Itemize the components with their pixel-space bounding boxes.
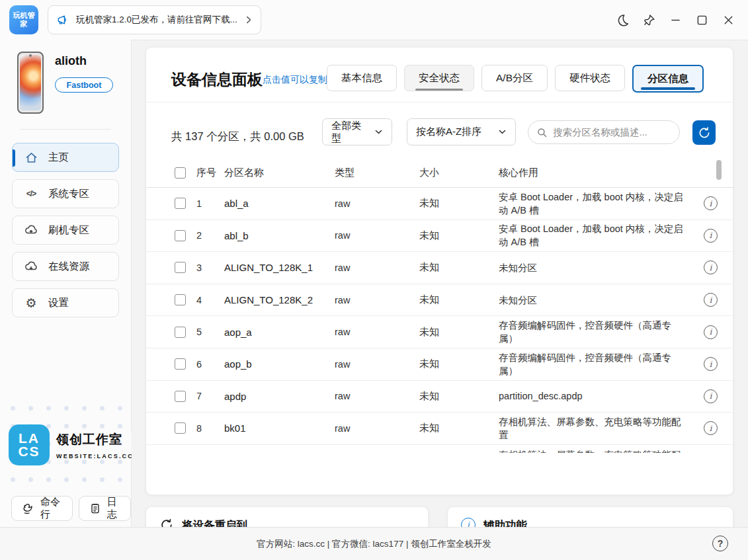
table-row-partial: 存相机算法、屏幕参数、充电策略等功能配置 — [146, 445, 734, 453]
sidebar-item-label: 系统专区 — [48, 187, 89, 201]
table-row: 6 aop_b raw 未知 存音频编解码固件，控音频硬件（高通专属） i — [146, 348, 734, 381]
sidebar-item-home[interactable]: 主页 — [12, 143, 119, 172]
sidebar-item-label: 主页 — [48, 151, 69, 165]
partition-type: raw — [335, 391, 419, 401]
partition-size: 未知 — [419, 261, 499, 274]
pin-icon[interactable] — [636, 7, 662, 33]
copy-hint: 点击值可以复制 — [263, 74, 327, 86]
partition-desc: 安卓 Boot Loader，加载 boot 内核，决定启动 A/B 槽 — [499, 190, 687, 217]
col-header-type: 类型 — [335, 167, 419, 179]
log-button[interactable]: 日志 — [79, 496, 131, 521]
info-icon[interactable]: i — [704, 293, 718, 307]
row-checkbox[interactable] — [175, 230, 186, 241]
device-info-panel: 设备信息面板 点击值可以复制 基本信息 安全状态 A/B分区 硬件状态 — [145, 47, 733, 495]
scrollbar-thumb[interactable] — [716, 160, 722, 180]
select-all-checkbox[interactable] — [175, 167, 186, 179]
row-checkbox[interactable] — [175, 391, 186, 402]
partition-name[interactable]: ALIGN_TO_128K_1 — [224, 262, 335, 273]
tab-ab-partition[interactable]: A/B分区 — [481, 65, 548, 91]
sidebar-nav: 主页 </> 系统专区 刷机专区 在线资源 ⚙ 设置 — [12, 143, 119, 317]
refresh-partitions-button[interactable] — [692, 120, 716, 145]
info-icon[interactable]: i — [704, 389, 718, 403]
row-no: 3 — [196, 262, 224, 273]
table-row: 3 ALIGN_TO_128K_1 raw 未知 未知分区 i — [146, 252, 734, 284]
app-logo-text: 玩机管家 — [13, 11, 35, 28]
command-line-button[interactable]: 命令行 — [11, 496, 73, 521]
partition-summary: 共 137 个分区，共 0.00 GB — [171, 130, 304, 144]
partition-size: 未知 — [419, 390, 499, 403]
partition-size: 未知 — [419, 358, 499, 370]
table-row: 8 bk01 raw 未知 存相机算法、屏幕参数、充电策略等功能配置 i — [146, 413, 734, 445]
footer-text: 官方网站: lacs.cc | 官方微信: lacs177 | 领创工作室全栈开… — [257, 538, 491, 550]
tab-hardware-status[interactable]: 硬件状态 — [555, 65, 625, 91]
type-filter-value: 全部类型 — [331, 120, 369, 145]
table-header: 序号 分区名称 类型 大小 核心作用 — [146, 158, 734, 188]
partition-name[interactable]: apdp — [224, 391, 335, 402]
partition-type: raw — [335, 327, 419, 337]
close-icon[interactable] — [715, 7, 741, 33]
sidebar-item-label: 设置 — [48, 296, 69, 310]
row-checkbox[interactable] — [175, 262, 186, 273]
minimize-icon[interactable] — [662, 7, 688, 33]
partition-name[interactable]: aop_a — [224, 327, 335, 338]
partition-desc: 存音频编解码固件，控音频硬件（高通专属） — [499, 351, 687, 378]
sort-select[interactable]: 按名称A-Z排序 — [407, 118, 516, 145]
info-icon[interactable]: i — [704, 325, 718, 339]
update-notification-banner[interactable]: 玩机管家1.2.0已发布，请前往官网下载... — [48, 5, 261, 34]
partition-desc: 存音频编解码固件，控音频硬件（高通专属） — [499, 319, 687, 345]
app-logo: 玩机管家 — [9, 5, 38, 34]
gear-icon: ⚙ — [24, 297, 38, 309]
partition-type: raw — [335, 359, 419, 370]
sidebar-item-flash[interactable]: 刷机专区 — [12, 216, 119, 245]
tab-label: 分区信息 — [647, 72, 688, 86]
info-icon[interactable]: i — [704, 421, 718, 435]
partition-name[interactable]: aop_b — [224, 358, 335, 370]
search-input[interactable] — [553, 127, 671, 138]
sidebar-item-system[interactable]: </> 系统专区 — [12, 179, 119, 208]
row-checkbox[interactable] — [175, 198, 186, 209]
maximize-icon[interactable] — [688, 7, 715, 33]
info-icon[interactable]: i — [704, 229, 718, 243]
row-checkbox[interactable] — [175, 327, 186, 338]
tab-partition-info[interactable]: 分区信息 — [632, 65, 704, 93]
partition-type: raw — [335, 423, 419, 434]
row-no: 6 — [196, 359, 224, 370]
partition-type: raw — [335, 198, 419, 209]
sidebar-item-settings[interactable]: ⚙ 设置 — [12, 288, 119, 317]
device-name: alioth — [55, 54, 87, 68]
status-footer: 官方网站: lacs.cc | 官方微信: lacs177 | 领创工作室全栈开… — [0, 527, 748, 560]
command-line-label: 命令行 — [40, 496, 63, 521]
tab-security-status[interactable]: 安全状态 — [404, 65, 474, 91]
partition-name[interactable]: abl_a — [224, 198, 335, 209]
partition-size: 未知 — [419, 197, 499, 210]
partition-name[interactable]: ALIGN_TO_128K_2 — [224, 294, 335, 305]
info-icon[interactable]: i — [704, 260, 718, 274]
type-filter-select[interactable]: 全部类型 — [322, 118, 392, 145]
sidebar-item-online-resources[interactable]: 在线资源 — [12, 252, 119, 281]
device-image — [17, 52, 44, 114]
partition-size: 未知 — [419, 422, 499, 434]
home-icon — [24, 151, 38, 165]
col-header-no: 序号 — [196, 167, 216, 178]
partition-type: raw — [335, 230, 419, 241]
partition-table: 序号 分区名称 类型 大小 核心作用 1 abl_a raw 未知 安卓 Boo… — [146, 158, 734, 453]
studio-name: 领创工作室 — [56, 431, 134, 448]
tab-label: 硬件状态 — [569, 71, 610, 85]
info-icon[interactable]: i — [704, 196, 718, 210]
help-icon[interactable]: ? — [712, 536, 728, 551]
partition-name[interactable]: bk01 — [224, 422, 335, 434]
partition-size: 未知 — [419, 294, 499, 306]
table-scrollbar[interactable] — [716, 160, 722, 451]
command-icon — [21, 502, 35, 516]
tab-basic-info[interactable]: 基本信息 — [327, 65, 397, 91]
window-controls — [609, 5, 741, 34]
row-no: 4 — [196, 295, 224, 305]
info-icon[interactable]: i — [704, 357, 718, 371]
row-checkbox[interactable] — [175, 294, 186, 305]
partition-name[interactable]: abl_b — [224, 230, 335, 241]
dark-mode-icon[interactable] — [609, 7, 636, 33]
row-checkbox[interactable] — [175, 422, 186, 434]
partition-desc: 未知分区 — [499, 294, 687, 307]
row-checkbox[interactable] — [175, 358, 186, 370]
studio-watermark: LACS 领创工作室 WEBSITE:LACS.CC — [0, 395, 130, 495]
